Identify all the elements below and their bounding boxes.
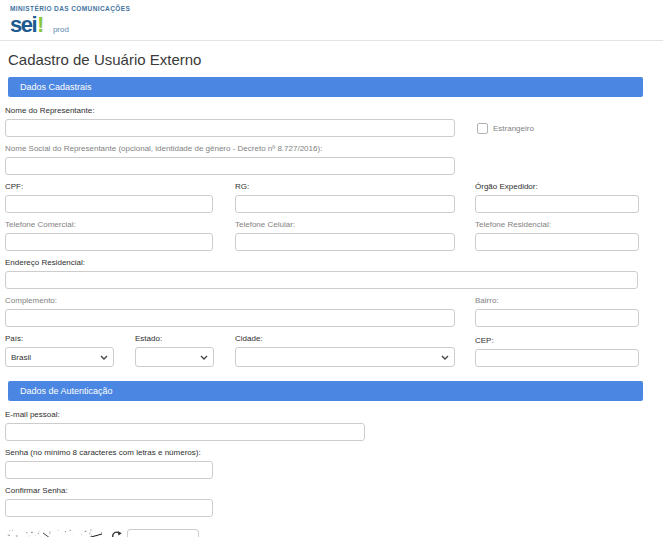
ministry-name: MINISTÉRIO DAS COMUNICAÇÕES [10,5,663,12]
estrangeiro-checkbox[interactable] [477,123,488,134]
environment-label: prod [53,25,69,34]
cep-input[interactable] [475,349,639,367]
pais-selected-value: Brasil [11,353,31,362]
senha-input[interactable] [5,461,213,479]
telefone-comercial-input[interactable] [5,233,213,251]
section-dados-autenticacao: Dados de Autenticação [8,381,643,401]
pais-select[interactable]: Brasil [5,347,114,367]
confirmar-senha-label: Confirmar Senha: [5,486,213,495]
cidade-label: Cidade: [235,334,455,343]
confirmar-senha-input[interactable] [5,499,213,517]
nome-social-input[interactable] [5,157,455,175]
telefone-residencial-label: Telefone Residencial: [475,220,639,229]
chevron-down-icon [441,355,449,360]
page-title: Cadastro de Usuário Externo [8,51,655,68]
chevron-down-icon [100,355,108,360]
captcha-image: C2DSKW [5,529,105,537]
orgao-expedidor-label: Órgão Expedidor: [475,182,639,191]
orgao-expedidor-input[interactable] [475,195,639,213]
nome-representante-label: Nome do Representante: [5,106,455,115]
sei-logo-exclamation: ! [37,12,43,37]
telefone-celular-input[interactable] [235,233,455,251]
cpf-input[interactable] [5,195,213,213]
senha-label: Senha (no mínimo 8 caracteres com letras… [5,448,213,457]
estado-label: Estado: [135,334,214,343]
telefone-residencial-input[interactable] [475,233,639,251]
captcha-input[interactable] [127,529,199,537]
email-label: E-mail pessoal: [5,410,365,419]
endereco-residencial-input[interactable] [5,271,638,289]
telefone-celular-label: Telefone Celular: [235,220,455,229]
cidade-select[interactable] [235,347,455,367]
section-dados-cadastrais: Dados Cadastrais [8,77,643,97]
cpf-label: CPF: [5,182,213,191]
nome-representante-input[interactable] [5,119,455,137]
bairro-input[interactable] [475,309,639,327]
nome-social-label: Nome Social do Representante (opcional, … [5,144,455,153]
bairro-label: Bairro: [475,296,639,305]
chevron-down-icon [200,355,208,360]
endereco-residencial-label: Endereço Residencial: [5,258,638,267]
telefone-comercial-label: Telefone Comercial: [5,220,213,229]
rg-input[interactable] [235,195,455,213]
estrangeiro-label: Estrangeiro [493,124,534,133]
complemento-input[interactable] [5,309,455,327]
cep-label: CEP: [475,336,639,345]
captcha-refresh-icon[interactable] [111,531,122,537]
email-input[interactable] [5,423,365,441]
authentication-form: E-mail pessoal: Senha (no mínimo 8 carac… [0,403,663,537]
complemento-label: Complemento: [5,296,455,305]
sei-logo: sei! [10,14,43,36]
app-header: MINISTÉRIO DAS COMUNICAÇÕES sei! prod [0,0,663,41]
registration-form: Nome do Representante: Estrangeiro Nome … [0,99,663,367]
estado-select[interactable] [135,347,214,367]
pais-label: País: [5,334,114,343]
rg-label: RG: [235,182,455,191]
